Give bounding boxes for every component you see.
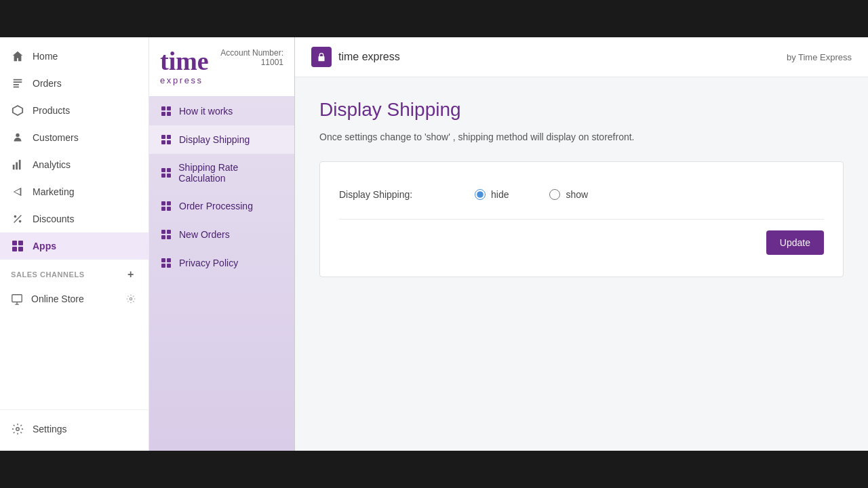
sidebar-label-settings: Settings (33, 424, 67, 434)
display-shipping-options: hide show (475, 189, 824, 200)
sidebar-item-orders[interactable]: Orders (0, 70, 149, 97)
display-shipping-icon (160, 134, 172, 146)
marketing-icon (11, 185, 24, 199)
products-icon (11, 104, 24, 117)
page-description: Once settings change to 'show' , shippin… (319, 131, 844, 142)
submenu-label-shipping-rate: Shipping Rate Calculation (178, 162, 283, 184)
bottom-bar (0, 451, 868, 488)
submenu-label-new-orders: New Orders (179, 229, 230, 240)
app-topbar-left: time express (311, 47, 400, 67)
sidebar-bottom: Settings (0, 409, 149, 451)
account-number: 11001 (220, 58, 283, 67)
radio-show-input[interactable] (549, 189, 560, 200)
update-button[interactable]: Update (766, 230, 824, 255)
page-title: Display Shipping (319, 99, 844, 121)
sidebar-label-marketing: Marketing (33, 186, 74, 197)
submenu-item-order-processing[interactable]: Order Processing (149, 192, 294, 220)
order-processing-icon (160, 200, 172, 212)
display-shipping-label: Display Shipping: (339, 189, 475, 200)
svg-point-8 (130, 298, 132, 300)
account-info: Account Number: 11001 (220, 48, 283, 67)
analytics-icon (11, 158, 24, 171)
main-content: time express by Time Express Display Shi… (295, 37, 868, 451)
sales-channels-section: SALES CHANNELS + (0, 260, 149, 285)
orders-icon (11, 77, 24, 90)
app-logo-section: time express Account Number: 11001 (149, 37, 294, 97)
radio-hide-input[interactable] (475, 189, 486, 200)
svg-point-5 (19, 220, 22, 223)
submenu-item-privacy-policy[interactable]: Privacy Policy (149, 249, 294, 277)
sidebar-item-online-store[interactable]: Online Store (0, 285, 149, 312)
sales-channels-label: SALES CHANNELS (11, 270, 85, 279)
sidebar-item-marketing[interactable]: Marketing (0, 178, 149, 205)
sidebar-label-home: Home (33, 51, 58, 62)
svg-rect-7 (12, 295, 22, 302)
home-icon (11, 49, 24, 63)
online-store-icon (11, 293, 23, 305)
how-it-works-icon (160, 105, 172, 117)
sidebar-label-apps: Apps (33, 241, 56, 251)
radio-option-show[interactable]: show (549, 189, 588, 200)
new-orders-icon (160, 228, 172, 241)
app-submenu: time express Account Number: 11001 (149, 37, 295, 451)
settings-icon (11, 422, 24, 436)
radio-option-hide[interactable]: hide (475, 189, 509, 200)
sidebar: Home Orders Products (0, 37, 149, 451)
shipping-rate-icon (160, 167, 172, 179)
svg-point-4 (14, 216, 17, 218)
submenu-item-shipping-rate[interactable]: Shipping Rate Calculation (149, 154, 294, 192)
app-logo-sub: express (160, 75, 209, 85)
form-actions: Update (339, 220, 824, 258)
radio-hide-label: hide (491, 189, 509, 200)
svg-rect-1 (13, 165, 15, 169)
sidebar-label-customers: Customers (33, 132, 79, 143)
online-store-settings-icon[interactable] (124, 292, 138, 306)
sidebar-label-products: Products (33, 105, 70, 116)
add-sales-channel-button[interactable]: + (124, 268, 138, 281)
sidebar-nav: Home Orders Products (0, 37, 149, 409)
discounts-icon (11, 212, 24, 226)
apps-icon (11, 239, 24, 253)
svg-rect-3 (19, 160, 21, 169)
sidebar-item-products[interactable]: Products (0, 97, 149, 124)
privacy-policy-icon (160, 257, 172, 269)
account-label: Account Number: (220, 48, 283, 58)
svg-rect-10 (319, 56, 325, 61)
radio-show-label: show (566, 189, 588, 200)
app-topbar-name: time express (338, 51, 400, 63)
sidebar-label-discounts: Discounts (33, 214, 74, 224)
content-area: Display Shipping Once settings change to… (295, 77, 868, 299)
submenu-item-display-shipping[interactable]: Display Shipping (149, 125, 294, 154)
submenu-label-privacy-policy: Privacy Policy (179, 258, 238, 268)
sidebar-label-orders: Orders (33, 78, 62, 89)
app-topbar-credit: by Time Express (787, 52, 852, 62)
sidebar-item-analytics[interactable]: Analytics (0, 151, 149, 178)
app-logo-main: time (160, 48, 209, 74)
submenu-label-how-it-works: How it works (179, 106, 233, 117)
online-store-label: Online Store (31, 293, 84, 304)
submenu-label-display-shipping: Display Shipping (179, 134, 250, 145)
submenu-item-new-orders[interactable]: New Orders (149, 220, 294, 249)
app-topbar: time express by Time Express (295, 37, 868, 77)
display-shipping-form: Display Shipping: hide show (319, 161, 844, 277)
svg-point-9 (16, 428, 20, 431)
submenu-item-how-it-works[interactable]: How it works (149, 97, 294, 125)
sidebar-item-customers[interactable]: Customers (0, 124, 149, 151)
sidebar-item-apps[interactable]: Apps (0, 232, 149, 260)
lock-icon (315, 51, 328, 63)
svg-point-0 (16, 134, 19, 137)
sidebar-item-settings[interactable]: Settings (0, 415, 149, 443)
form-row-display-shipping: Display Shipping: hide show (339, 181, 824, 208)
sidebar-item-home[interactable]: Home (0, 43, 149, 70)
sidebar-label-analytics: Analytics (33, 159, 71, 170)
sidebar-item-discounts[interactable]: Discounts (0, 205, 149, 232)
top-bar (0, 0, 868, 37)
svg-rect-2 (16, 162, 18, 169)
app-topbar-icon (311, 47, 332, 67)
app-logo: time express (160, 48, 209, 85)
customers-icon (11, 131, 24, 144)
submenu-label-order-processing: Order Processing (179, 201, 253, 211)
